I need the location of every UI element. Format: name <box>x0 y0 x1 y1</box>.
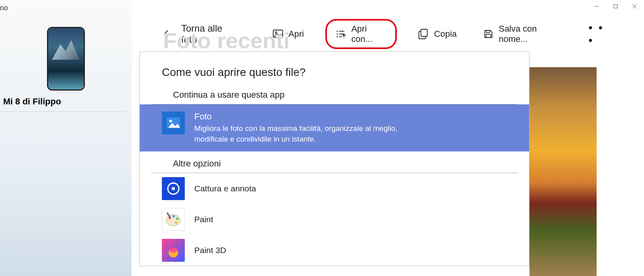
svg-point-28 <box>169 248 177 253</box>
svg-point-9 <box>336 34 338 35</box>
device-thumbnail[interactable] <box>48 28 84 89</box>
svg-point-7 <box>336 31 338 32</box>
foto-app-icon <box>162 112 185 134</box>
minimize-button[interactable] <box>587 0 606 13</box>
copy-icon <box>418 29 428 39</box>
more-button[interactable]: • • • <box>584 21 616 47</box>
maximize-button[interactable] <box>606 0 625 13</box>
app-description: Migliora le foto con la massima facilità… <box>194 123 415 144</box>
svg-point-21 <box>172 187 175 190</box>
page-heading: Foto recenti <box>163 28 289 53</box>
photo-preview <box>529 67 597 276</box>
more-icon: • • • <box>588 21 604 46</box>
continue-section-label: Continua a usare questa app <box>151 90 518 104</box>
minimize-icon <box>594 4 599 9</box>
dialog-title: Come vuoi aprire questo file? <box>140 66 529 90</box>
snip-app-icon <box>162 177 185 200</box>
save-as-button[interactable]: Salva con nome... <box>478 21 569 47</box>
svg-rect-15 <box>486 30 490 33</box>
main-content: Foto recenti Torna alle foto Apri Apri c… <box>131 0 644 276</box>
app-name: Paint 3D <box>194 246 518 255</box>
sidebar-top-fragment: no <box>0 4 131 12</box>
close-icon <box>632 4 637 9</box>
app-option-snip[interactable]: Cattura e annota <box>140 173 529 204</box>
window-controls <box>587 0 644 13</box>
svg-rect-1 <box>614 5 618 8</box>
copy-label: Copia <box>434 29 456 39</box>
app-name: Foto <box>194 112 518 122</box>
svg-point-11 <box>336 36 338 38</box>
app-name: Paint <box>194 215 518 224</box>
save-as-label: Salva con nome... <box>499 24 563 44</box>
sidebar: no Mi 8 di Filippo <box>0 0 131 276</box>
svg-point-25 <box>176 217 178 220</box>
device-name-label: Mi 8 di Filippo <box>0 96 125 112</box>
svg-point-18 <box>169 120 172 123</box>
save-icon <box>484 29 493 39</box>
open-with-label: Apri con... <box>351 24 387 44</box>
app-name: Cattura e annota <box>194 184 518 193</box>
open-with-dialog: Come vuoi aprire questo file? Continua a… <box>139 51 529 266</box>
paint-app-icon <box>162 208 185 231</box>
open-with-button[interactable]: Apri con... <box>325 19 397 49</box>
other-options-label: Altre opzioni <box>151 151 518 173</box>
close-button[interactable] <box>625 0 644 13</box>
copy-button[interactable]: Copia <box>413 26 462 42</box>
app-option-paint3d[interactable]: Paint 3D <box>140 235 529 266</box>
svg-rect-14 <box>421 29 427 36</box>
paint3d-app-icon <box>162 239 185 262</box>
app-option-paint[interactable]: Paint <box>140 204 529 235</box>
list-arrow-icon <box>336 29 346 39</box>
maximize-icon <box>613 4 618 9</box>
svg-rect-16 <box>486 34 491 38</box>
app-option-foto[interactable]: Foto Migliora le foto con la massima fac… <box>140 104 529 151</box>
svg-point-26 <box>175 221 177 224</box>
open-label: Apri <box>289 29 304 39</box>
svg-point-24 <box>173 215 175 217</box>
